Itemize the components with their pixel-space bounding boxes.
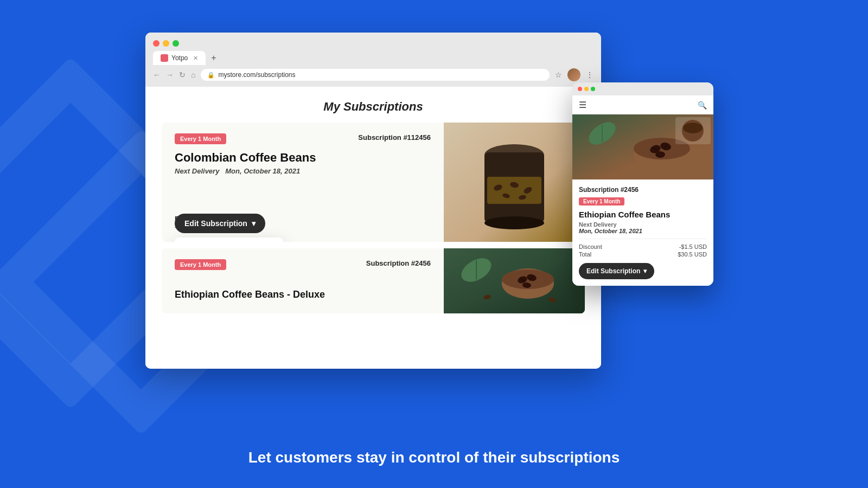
mobile-nav: ☰ 🔍 (572, 95, 713, 114)
sub-card-1-header: Every 1 Month Subscription #112456 (175, 133, 431, 144)
sub-2-product: Ethiopian Coffee Beans - Deluxe (175, 289, 431, 300)
mobile-badge: Every 1 Month (579, 197, 624, 206)
lock-icon: 🔒 (207, 72, 215, 79)
edit-subscription-dropdown: Edit payment method Change schedule Skip… (175, 237, 283, 242)
sub-2-image (444, 248, 585, 313)
sub-1-next-delivery-date: Mon, October 18, 2021 (225, 167, 300, 175)
sub-1-next-delivery: Next Delivery Mon, October 18, 2021 (175, 167, 431, 175)
tab-close-icon[interactable]: ✕ (193, 55, 198, 62)
profile-avatar[interactable] (567, 68, 580, 81)
sub-card-2-info: Every 1 Month Subscription #2456 Ethiopi… (162, 248, 444, 313)
tab-favicon (161, 54, 168, 62)
subscription-card-2: Every 1 Month Subscription #2456 Ethiopi… (162, 248, 585, 313)
url-text: mystore.com/subscriptions (218, 71, 295, 79)
reload-button[interactable]: ↻ (179, 70, 186, 79)
sub-1-badge: Every 1 Month (175, 133, 226, 144)
mobile-chevron: ▾ (643, 267, 647, 275)
mobile-total-value: $30.5 USD (678, 251, 707, 258)
sub-card-1-info: Every 1 Month Subscription #112456 Colom… (162, 123, 444, 242)
tab-label: Yotpo (171, 54, 188, 62)
new-tab-button[interactable]: + (206, 50, 221, 66)
close-dot[interactable] (153, 40, 159, 47)
forward-button[interactable]: → (166, 70, 174, 79)
mobile-window: ☰ 🔍 (572, 82, 713, 286)
sub-1-image (444, 123, 585, 242)
browser-menu-button[interactable]: ⋮ (586, 70, 593, 79)
svg-point-34 (683, 123, 703, 133)
sub-card-2-header: Every 1 Month Subscription #2456 (175, 259, 431, 270)
mobile-hero-image (572, 114, 713, 179)
sub-2-number: Subscription #2456 (366, 259, 431, 267)
sub-1-product: Colombian Coffee Beans (175, 151, 431, 165)
mobile-menu-icon[interactable]: ☰ (579, 100, 586, 110)
home-button[interactable]: ⌂ (191, 70, 195, 79)
address-field[interactable]: 🔒 mystore.com/subscriptions (201, 69, 550, 81)
page-title: My Subscriptions (145, 87, 601, 123)
mobile-dot-red (578, 87, 582, 91)
mobile-chrome (572, 82, 713, 95)
mobile-hero-svg (572, 114, 713, 179)
back-button[interactable]: ← (153, 70, 161, 79)
page-content: My Subscriptions Every 1 Month Subscript… (145, 87, 601, 369)
svg-point-31 (655, 151, 665, 158)
mobile-product-name: Ethiopian Coffee Beans (579, 210, 707, 219)
tab-bar: Yotpo ✕ + (145, 47, 601, 66)
active-tab[interactable]: Yotpo ✕ (153, 51, 206, 65)
browser-dots (145, 33, 601, 47)
maximize-dot[interactable] (173, 40, 179, 47)
edit-subscription-button[interactable]: Edit Subscription ▾ (175, 214, 265, 233)
address-bar: ← → ↻ ⌂ 🔒 mystore.com/subscriptions ☆ ⋮ (145, 66, 601, 84)
mobile-discount-label: Discount (579, 243, 602, 250)
mobile-dots (578, 87, 595, 91)
mobile-divider (579, 239, 707, 239)
mobile-card-body: Subscription #2456 Every 1 Month Ethiopi… (572, 179, 713, 286)
mobile-next-delivery-label: Next Delivery (579, 221, 707, 228)
tagline: Let customers stay in control of their s… (0, 449, 868, 466)
svg-point-3 (484, 216, 544, 229)
dropdown-chevron: ▾ (252, 219, 256, 228)
mobile-search-icon[interactable]: 🔍 (698, 101, 707, 110)
mobile-sub-number: Subscription #2456 (579, 186, 707, 194)
mobile-next-delivery-date: Mon, October 18, 2021 (579, 228, 707, 234)
minimize-dot[interactable] (163, 40, 169, 47)
mobile-dot-yellow (584, 87, 589, 91)
coffee-bowl-svg (444, 248, 585, 313)
mobile-discount-row: Discount -$1.5 USD (579, 243, 707, 250)
mobile-dot-green (591, 87, 595, 91)
subscription-card-1: Every 1 Month Subscription #112456 Colom… (162, 123, 585, 242)
bookmark-button[interactable]: ☆ (555, 70, 562, 79)
mobile-total-label: Total (579, 251, 591, 258)
mobile-edit-subscription-button[interactable]: Edit Subscription ▾ (579, 263, 654, 279)
sub-2-badge: Every 1 Month (175, 259, 226, 270)
sub-1-number: Subscription #112456 (358, 133, 431, 142)
browser-chrome: Yotpo ✕ + ← → ↻ ⌂ 🔒 mystore.com/subscrip… (145, 33, 601, 87)
browser-window: Yotpo ✕ + ← → ↻ ⌂ 🔒 mystore.com/subscrip… (145, 33, 601, 369)
coffee-jar-svg (444, 123, 585, 242)
edit-sub-container: Edit Subscription ▾ Edit payment method … (175, 214, 265, 233)
mobile-discount-value: -$1.5 USD (679, 243, 707, 250)
mobile-total-row: Total $30.5 USD (579, 251, 707, 258)
